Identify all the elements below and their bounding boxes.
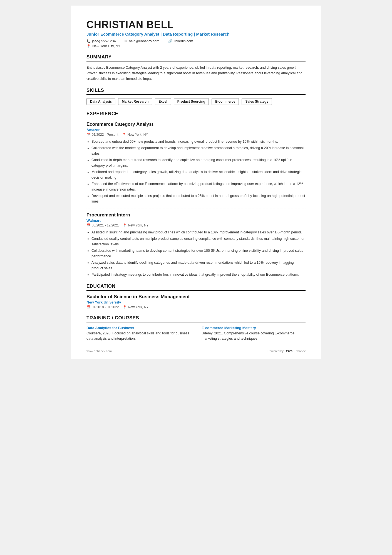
job-location-text: New York, NY bbox=[127, 133, 148, 137]
summary-heading: SUMMARY bbox=[86, 54, 306, 61]
list-item: Enhanced the effectiveness of our E-comm… bbox=[91, 181, 306, 192]
training-heading: TRAINING / COURSES bbox=[86, 315, 306, 322]
skills-list: Data AnalysisMarket ResearchExcelProduct… bbox=[86, 98, 306, 105]
list-item: Sourced and onboarded 50+ new products a… bbox=[91, 139, 306, 144]
powered-by-text: Powered by bbox=[267, 349, 284, 353]
job-location: 📍 New York, NY bbox=[122, 133, 148, 137]
summary-section: SUMMARY Enthusiastic Ecommerce Category … bbox=[86, 54, 306, 82]
list-item: Conducted quality control tests on multi… bbox=[91, 236, 306, 247]
edu-meta: 📅 01/2018 - 01/2022 📍 New York, NY bbox=[86, 305, 306, 309]
job-dates: 📅 01/2022 - Present bbox=[86, 133, 118, 137]
skill-tag: Product Sourcing bbox=[174, 98, 209, 105]
course-title: Data Analytics for Business bbox=[86, 326, 190, 330]
bullet-list: Sourced and onboarded 50+ new products a… bbox=[86, 139, 306, 204]
date-range: 06/2021 - 12/2021 bbox=[92, 223, 119, 227]
education-section: EDUCATION Bachelor of Science in Busines… bbox=[86, 283, 306, 309]
location-pin-icon: 📍 bbox=[123, 223, 127, 227]
email-item: ✉ help@enhancv.com bbox=[125, 39, 159, 43]
date-range: 01/2022 - Present bbox=[92, 133, 118, 137]
resume-page: CHRISTIAN BELL Junior Ecommerce Category… bbox=[71, 6, 321, 359]
list-item: Analyzed sales data to identify declinin… bbox=[91, 260, 306, 271]
location-text: New York City, NY bbox=[92, 44, 120, 48]
calendar-icon: 📅 bbox=[86, 133, 91, 137]
email-address: help@enhancv.com bbox=[129, 39, 159, 43]
skill-tag: Data Analysis bbox=[86, 98, 115, 105]
candidate-title: Junior Ecommerce Category Analyst | Data… bbox=[86, 32, 306, 36]
list-item: Participated in strategy meetings to con… bbox=[91, 272, 306, 277]
phone-number: (555) 555-1234 bbox=[92, 39, 116, 43]
bullet-list: Assisted in sourcing and purchasing new … bbox=[86, 230, 306, 277]
job-meta: 📅 01/2022 - Present 📍 New York, NY bbox=[86, 133, 306, 137]
location-row: 📍 New York City, NY bbox=[86, 44, 306, 48]
list-item: Collaborated with the marketing departme… bbox=[91, 145, 306, 156]
calendar-icon: 📅 bbox=[86, 223, 91, 227]
edu-location: 📍 New York, NY bbox=[123, 305, 148, 309]
course-description: Coursera, 2020. Focused on analytical sk… bbox=[86, 331, 190, 341]
list-item: Conducted in-depth market trend research… bbox=[91, 157, 306, 168]
edu-dates: 📅 01/2018 - 01/2022 bbox=[86, 305, 119, 309]
edu-pin-icon: 📍 bbox=[123, 305, 127, 309]
job-meta: 📅 06/2021 - 12/2021 📍 New York, NY bbox=[86, 223, 306, 227]
list-item: Assisted in sourcing and purchasing new … bbox=[91, 230, 306, 235]
job-title: Ecommerce Category Analyst bbox=[86, 122, 306, 127]
training-section: TRAINING / COURSES Data Analytics for Bu… bbox=[86, 315, 306, 341]
linkedin-url: linkedin.com bbox=[174, 39, 193, 43]
phone-item: 📞 (555) 555-1234 bbox=[86, 39, 116, 43]
skill-tag: Market Research bbox=[118, 98, 152, 105]
phone-icon: 📞 bbox=[86, 39, 91, 43]
footer-website: www.enhancv.com bbox=[86, 349, 112, 353]
list-item: Developed and executed multiple sales pr… bbox=[91, 193, 306, 204]
education-heading: EDUCATION bbox=[86, 283, 306, 291]
company-name: Amazon bbox=[86, 128, 306, 132]
skills-heading: SKILLS bbox=[86, 88, 306, 95]
link-icon: 🔗 bbox=[168, 39, 172, 43]
experience-heading: EXPERIENCE bbox=[86, 111, 306, 118]
email-icon: ✉ bbox=[125, 39, 127, 43]
job-location: 📍 New York, NY bbox=[123, 223, 148, 227]
calendar-icon: 📅 bbox=[86, 305, 91, 309]
company-name: Walmart bbox=[86, 218, 306, 223]
footer: www.enhancv.com Powered by Enhancv bbox=[86, 349, 306, 353]
location-pin-icon: 📍 bbox=[122, 133, 126, 137]
candidate-name: CHRISTIAN BELL bbox=[86, 19, 306, 31]
job-location-text: New York, NY bbox=[128, 223, 148, 227]
edu-school: New York University bbox=[86, 300, 306, 304]
skill-tag: E-commerce bbox=[212, 98, 239, 105]
footer-brand: Powered by Enhancv bbox=[267, 349, 306, 353]
linkedin-item: 🔗 linkedin.com bbox=[168, 39, 193, 43]
course-item: E-commerce Marketing Mastery Udemy, 2021… bbox=[202, 326, 306, 341]
skill-tag: Excel bbox=[155, 98, 171, 105]
job-dates: 📅 06/2021 - 12/2021 bbox=[86, 223, 119, 227]
courses-grid: Data Analytics for Business Coursera, 20… bbox=[86, 326, 306, 341]
skills-section: SKILLS Data AnalysisMarket ResearchExcel… bbox=[86, 88, 306, 105]
list-item: Collaborated with marketing teams to dev… bbox=[91, 248, 306, 259]
summary-text: Enthusiastic Ecommerce Category Analyst … bbox=[86, 65, 306, 82]
course-item: Data Analytics for Business Coursera, 20… bbox=[86, 326, 190, 341]
experience-section: EXPERIENCE Ecommerce Category Analyst Am… bbox=[86, 111, 306, 277]
contact-row: 📞 (555) 555-1234 ✉ help@enhancv.com 🔗 li… bbox=[86, 39, 306, 43]
enhancv-brand-name: Enhancv bbox=[294, 349, 306, 353]
edu-degree: Bachelor of Science in Business Manageme… bbox=[86, 294, 306, 300]
experience-block: Ecommerce Category Analyst Amazon 📅 01/2… bbox=[86, 122, 306, 204]
location-pin-icon: 📍 bbox=[86, 44, 91, 48]
skill-tag: Sales Strategy bbox=[242, 98, 272, 105]
experience-block: Procurement Intern Walmart 📅 06/2021 - 1… bbox=[86, 212, 306, 277]
experience-separator bbox=[86, 208, 306, 208]
course-description: Udemy, 2021. Comprehensive course coveri… bbox=[202, 331, 306, 341]
job-title: Procurement Intern bbox=[86, 212, 306, 218]
list-item: Monitored and reported on category sales… bbox=[91, 169, 306, 180]
course-title: E-commerce Marketing Mastery bbox=[202, 326, 306, 330]
header: CHRISTIAN BELL Junior Ecommerce Category… bbox=[86, 19, 306, 48]
enhancv-logo: Enhancv bbox=[285, 349, 306, 353]
